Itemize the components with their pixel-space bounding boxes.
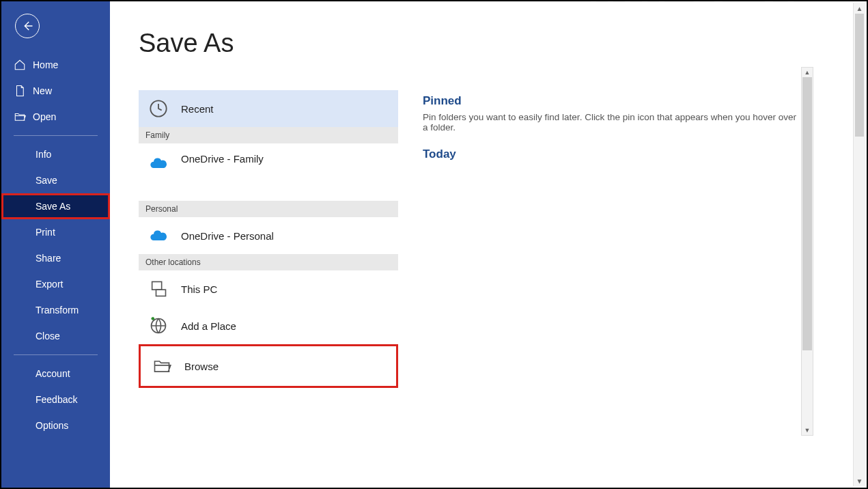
inner-scroll-thumb[interactable] (802, 77, 812, 350)
location-this-pc[interactable]: This PC (139, 270, 398, 307)
sidebar-close[interactable]: Close (1, 323, 110, 349)
pc-icon (148, 279, 169, 299)
scroll-up-arrow-icon[interactable]: ▲ (854, 3, 865, 14)
location-recent[interactable]: Recent (139, 90, 398, 127)
locations-other-header: Other locations (139, 254, 398, 270)
home-icon (14, 59, 26, 71)
main-content: Save As Recent Family OneDrive - Family … (110, 1, 867, 488)
sidebar-save-as[interactable]: Save As (1, 193, 110, 219)
sidebar-feedback[interactable]: Feedback (1, 387, 110, 413)
svg-rect-9 (152, 282, 162, 290)
sidebar-open[interactable]: Open (1, 104, 110, 130)
folder-open-icon (14, 111, 26, 123)
location-browse-label: Browse (184, 361, 219, 372)
sidebar-transform[interactable]: Transform (1, 297, 110, 323)
location-onedrive-family-label: OneDrive - Family (181, 153, 264, 165)
document-icon (14, 85, 26, 97)
sidebar-options[interactable]: Options (1, 413, 110, 438)
globe-plus-icon (148, 316, 169, 336)
sidebar-info[interactable]: Info (1, 141, 110, 167)
sidebar-save[interactable]: Save (1, 167, 110, 193)
browse-highlight: Browse (139, 344, 398, 388)
pinned-description: Pin folders you want to easily find late… (423, 112, 798, 132)
sidebar-new[interactable]: New (1, 78, 110, 104)
location-recent-label: Recent (181, 103, 214, 115)
cloud-icon (148, 225, 169, 246)
sidebar-divider-1 (14, 135, 98, 136)
outer-scroll-thumb[interactable] (855, 14, 864, 137)
pinned-heading: Pinned (423, 94, 798, 108)
locations-column: Recent Family OneDrive - Family Personal… (139, 90, 398, 488)
locations-family-header: Family (139, 127, 398, 143)
svg-rect-10 (156, 290, 166, 296)
folder-icon (152, 356, 172, 376)
location-this-pc-label: This PC (181, 283, 217, 295)
location-browse[interactable]: Browse (142, 348, 395, 385)
backstage-sidebar: Home New Open Info Save Save As Print Sh… (1, 1, 110, 488)
inner-scrollbar[interactable]: ▲ ▼ (801, 67, 813, 436)
location-onedrive-personal[interactable]: OneDrive - Personal (139, 217, 398, 254)
location-add-place[interactable]: Add a Place (139, 307, 398, 344)
sidebar-share[interactable]: Share (1, 245, 110, 271)
sidebar-print[interactable]: Print (1, 219, 110, 245)
arrow-left-icon (21, 20, 33, 32)
sidebar-divider-2 (14, 354, 98, 355)
outer-scrollbar[interactable]: ▲ ▼ (853, 3, 865, 486)
recent-folders-column: Pinned Pin folders you want to easily fi… (423, 94, 867, 488)
location-add-place-label: Add a Place (181, 320, 236, 332)
today-heading: Today (423, 148, 798, 161)
location-onedrive-family[interactable]: OneDrive - Family (139, 143, 398, 201)
back-button[interactable] (15, 14, 40, 38)
locations-personal-header: Personal (139, 201, 398, 217)
sidebar-new-label: New (33, 85, 52, 96)
scroll-up-arrow-icon[interactable]: ▲ (802, 68, 813, 77)
sidebar-open-label: Open (33, 111, 56, 122)
scroll-down-arrow-icon[interactable]: ▼ (854, 475, 865, 486)
scroll-down-arrow-icon[interactable]: ▼ (802, 425, 813, 435)
location-onedrive-personal-label: OneDrive - Personal (181, 230, 274, 242)
sidebar-export[interactable]: Export (1, 271, 110, 297)
sidebar-account[interactable]: Account (1, 361, 110, 387)
page-title: Save As (139, 29, 234, 58)
sidebar-home-label: Home (33, 59, 58, 70)
app-window: Document5 - Word Mauro H. ☺ ☹ ? – ▢ ✕ Ho… (0, 0, 868, 489)
sidebar-home[interactable]: Home (1, 52, 110, 78)
clock-icon (148, 98, 169, 119)
cloud-icon (148, 153, 169, 173)
